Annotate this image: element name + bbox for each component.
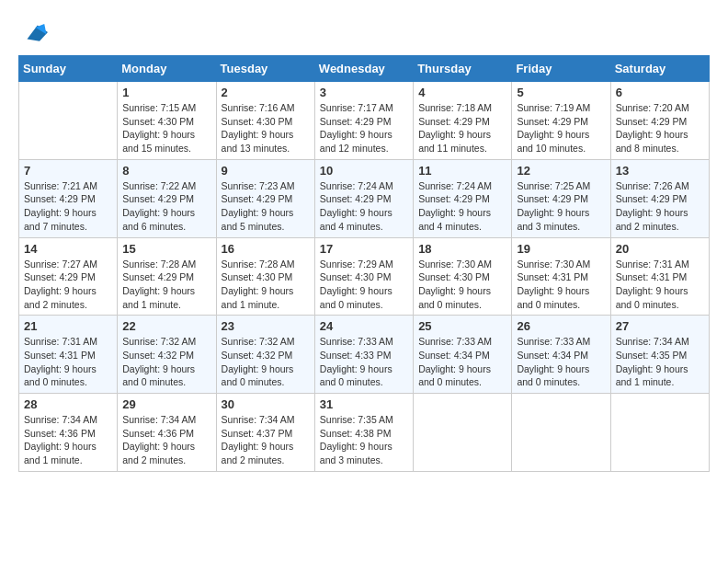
sunset-text: Sunset: 4:30 PM xyxy=(122,115,210,129)
calendar-body: 1 Sunrise: 7:15 AM Sunset: 4:30 PM Dayli… xyxy=(19,82,710,472)
day-number: 13 xyxy=(616,164,704,178)
sunset-text: Sunset: 4:30 PM xyxy=(222,115,310,129)
day-of-week-header: Monday xyxy=(118,56,216,82)
day-info: Sunrise: 7:34 AM Sunset: 4:37 PM Dayligh… xyxy=(222,413,310,467)
daylight-text: Daylight: 9 hours and 1 minute. xyxy=(222,284,310,311)
day-number: 7 xyxy=(24,164,112,178)
sunset-text: Sunset: 4:29 PM xyxy=(418,192,506,206)
daylight-text: Daylight: 9 hours and 3 minutes. xyxy=(517,206,605,233)
day-number: 16 xyxy=(222,242,310,256)
day-number: 4 xyxy=(418,86,506,99)
day-of-week-header: Sunday xyxy=(19,56,118,82)
daylight-text: Daylight: 9 hours and 1 minute. xyxy=(122,284,210,311)
sunrise-text: Sunrise: 7:34 AM xyxy=(222,413,310,427)
calendar-week-row: 21 Sunrise: 7:31 AM Sunset: 4:31 PM Dayl… xyxy=(19,316,710,394)
sunset-text: Sunset: 4:30 PM xyxy=(320,270,408,284)
daylight-text: Daylight: 9 hours and 7 minutes. xyxy=(24,206,112,233)
sunset-text: Sunset: 4:29 PM xyxy=(320,115,408,129)
sunrise-text: Sunrise: 7:22 AM xyxy=(122,179,210,193)
sunrise-text: Sunrise: 7:30 AM xyxy=(517,258,605,271)
sunrise-text: Sunrise: 7:24 AM xyxy=(320,179,408,193)
calendar-week-row: 1 Sunrise: 7:15 AM Sunset: 4:30 PM Dayli… xyxy=(19,82,710,160)
daylight-text: Daylight: 9 hours and 0 minutes. xyxy=(418,284,506,311)
day-info: Sunrise: 7:17 AM Sunset: 4:29 PM Dayligh… xyxy=(320,101,408,155)
daylight-text: Daylight: 9 hours and 4 minutes. xyxy=(320,206,408,233)
sunrise-text: Sunrise: 7:29 AM xyxy=(320,258,408,271)
sunset-text: Sunset: 4:29 PM xyxy=(24,192,112,206)
daylight-text: Daylight: 9 hours and 0 minutes. xyxy=(320,362,408,389)
sunrise-text: Sunrise: 7:34 AM xyxy=(616,335,704,349)
day-info: Sunrise: 7:30 AM Sunset: 4:31 PM Dayligh… xyxy=(517,258,605,312)
daylight-text: Daylight: 9 hours and 5 minutes. xyxy=(222,206,310,233)
sunset-text: Sunset: 4:32 PM xyxy=(222,349,310,362)
sunrise-text: Sunrise: 7:33 AM xyxy=(418,335,506,349)
day-info: Sunrise: 7:15 AM Sunset: 4:30 PM Dayligh… xyxy=(122,101,210,155)
sunrise-text: Sunrise: 7:32 AM xyxy=(122,335,210,349)
day-number: 15 xyxy=(122,242,210,256)
day-info: Sunrise: 7:22 AM Sunset: 4:29 PM Dayligh… xyxy=(122,179,210,234)
calendar-week-row: 28 Sunrise: 7:34 AM Sunset: 4:36 PM Dayl… xyxy=(19,394,710,472)
day-of-week-header: Saturday xyxy=(610,56,709,82)
daylight-text: Daylight: 9 hours and 0 minutes. xyxy=(24,362,112,389)
day-number: 21 xyxy=(24,319,112,333)
day-number: 25 xyxy=(418,319,506,333)
day-info: Sunrise: 7:19 AM Sunset: 4:29 PM Dayligh… xyxy=(517,101,605,155)
daylight-text: Daylight: 9 hours and 8 minutes. xyxy=(616,128,704,155)
day-info: Sunrise: 7:33 AM Sunset: 4:34 PM Dayligh… xyxy=(517,335,605,389)
calendar-cell xyxy=(512,394,610,472)
sunset-text: Sunset: 4:30 PM xyxy=(222,270,310,284)
day-of-week-header: Friday xyxy=(512,56,610,82)
calendar-cell: 11 Sunrise: 7:24 AM Sunset: 4:29 PM Dayl… xyxy=(414,159,512,237)
sunrise-text: Sunrise: 7:23 AM xyxy=(222,179,310,193)
day-info: Sunrise: 7:35 AM Sunset: 4:38 PM Dayligh… xyxy=(320,413,408,467)
page-header xyxy=(18,18,710,46)
daylight-text: Daylight: 9 hours and 10 minutes. xyxy=(517,128,605,155)
day-number: 14 xyxy=(24,242,112,256)
sunrise-text: Sunrise: 7:28 AM xyxy=(122,258,210,271)
calendar-cell: 15 Sunrise: 7:28 AM Sunset: 4:29 PM Dayl… xyxy=(118,237,216,316)
sunrise-text: Sunrise: 7:20 AM xyxy=(616,101,704,115)
daylight-text: Daylight: 9 hours and 0 minutes. xyxy=(418,362,506,389)
day-number: 22 xyxy=(122,319,210,333)
daylight-text: Daylight: 9 hours and 6 minutes. xyxy=(122,206,210,233)
sunrise-text: Sunrise: 7:31 AM xyxy=(616,258,704,271)
sunrise-text: Sunrise: 7:26 AM xyxy=(616,179,704,193)
day-info: Sunrise: 7:20 AM Sunset: 4:29 PM Dayligh… xyxy=(616,101,704,155)
calendar-cell: 21 Sunrise: 7:31 AM Sunset: 4:31 PM Dayl… xyxy=(19,316,118,394)
calendar-cell: 17 Sunrise: 7:29 AM Sunset: 4:30 PM Dayl… xyxy=(314,237,413,316)
day-number: 28 xyxy=(24,397,112,411)
day-number: 12 xyxy=(517,164,605,178)
calendar-cell: 18 Sunrise: 7:30 AM Sunset: 4:30 PM Dayl… xyxy=(414,237,512,316)
calendar-cell: 1 Sunrise: 7:15 AM Sunset: 4:30 PM Dayli… xyxy=(118,82,216,160)
day-info: Sunrise: 7:23 AM Sunset: 4:29 PM Dayligh… xyxy=(222,179,310,234)
daylight-text: Daylight: 9 hours and 2 minutes. xyxy=(616,206,704,233)
calendar-cell: 19 Sunrise: 7:30 AM Sunset: 4:31 PM Dayl… xyxy=(512,237,610,316)
daylight-text: Daylight: 9 hours and 3 minutes. xyxy=(320,440,408,466)
day-number: 31 xyxy=(320,397,408,411)
calendar-week-row: 7 Sunrise: 7:21 AM Sunset: 4:29 PM Dayli… xyxy=(19,159,710,237)
day-number: 26 xyxy=(517,319,605,333)
sunset-text: Sunset: 4:36 PM xyxy=(122,427,210,441)
calendar-cell: 2 Sunrise: 7:16 AM Sunset: 4:30 PM Dayli… xyxy=(216,82,314,160)
calendar-cell xyxy=(19,82,118,160)
day-number: 20 xyxy=(616,242,704,256)
sunrise-text: Sunrise: 7:34 AM xyxy=(122,413,210,427)
daylight-text: Daylight: 9 hours and 0 minutes. xyxy=(517,362,605,389)
calendar-cell: 20 Sunrise: 7:31 AM Sunset: 4:31 PM Dayl… xyxy=(610,237,709,316)
day-number: 18 xyxy=(418,242,506,256)
day-info: Sunrise: 7:34 AM Sunset: 4:36 PM Dayligh… xyxy=(24,413,112,467)
calendar-cell: 6 Sunrise: 7:20 AM Sunset: 4:29 PM Dayli… xyxy=(610,82,709,160)
day-number: 19 xyxy=(517,242,605,256)
calendar-cell: 24 Sunrise: 7:33 AM Sunset: 4:33 PM Dayl… xyxy=(314,316,413,394)
day-of-week-header: Thursday xyxy=(414,56,512,82)
calendar-cell xyxy=(414,394,512,472)
daylight-text: Daylight: 9 hours and 2 minutes. xyxy=(24,284,112,311)
day-info: Sunrise: 7:32 AM Sunset: 4:32 PM Dayligh… xyxy=(222,335,310,389)
sunrise-text: Sunrise: 7:30 AM xyxy=(418,258,506,271)
day-info: Sunrise: 7:29 AM Sunset: 4:30 PM Dayligh… xyxy=(320,258,408,312)
calendar-week-row: 14 Sunrise: 7:27 AM Sunset: 4:29 PM Dayl… xyxy=(19,237,710,316)
calendar-cell: 26 Sunrise: 7:33 AM Sunset: 4:34 PM Dayl… xyxy=(512,316,610,394)
sunset-text: Sunset: 4:29 PM xyxy=(24,270,112,284)
calendar-cell: 4 Sunrise: 7:18 AM Sunset: 4:29 PM Dayli… xyxy=(414,82,512,160)
sunrise-text: Sunrise: 7:32 AM xyxy=(222,335,310,349)
